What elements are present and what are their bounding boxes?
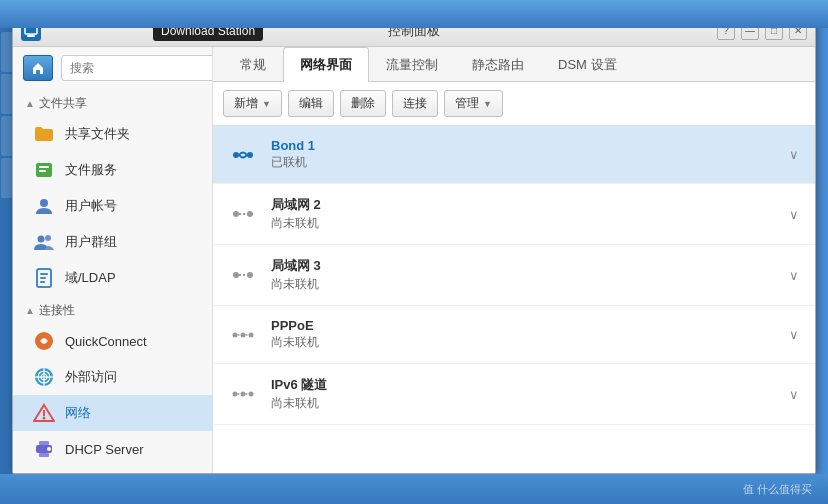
folder-icon [33, 123, 55, 145]
bond1-info: Bond 1 已联机 [271, 138, 775, 171]
svg-point-34 [233, 332, 238, 337]
svg-point-21 [43, 417, 46, 420]
svg-rect-9 [40, 273, 48, 275]
search-input[interactable] [61, 55, 213, 81]
sidebar-item-dhcp-server[interactable]: DHCP Server [13, 431, 212, 467]
pppoe-icon [229, 321, 257, 349]
sidebar: ▲ 文件共享 共享文件夹 文 [13, 47, 213, 473]
svg-point-29 [247, 211, 253, 217]
bond1-name: Bond 1 [271, 138, 775, 153]
bond1-status: 已联机 [271, 154, 775, 171]
edit-button[interactable]: 编辑 [288, 90, 334, 117]
taskbar [0, 0, 828, 28]
connect-button[interactable]: 连接 [392, 90, 438, 117]
dropdown-arrow-icon: ▼ [262, 99, 271, 109]
section-header-file-share[interactable]: ▲ 文件共享 [13, 89, 212, 116]
main-window: Download Station 控制面板 ? — □ ✕ [12, 14, 816, 474]
chevron-right-icon: ∨ [789, 207, 799, 222]
svg-point-40 [241, 392, 246, 397]
svg-point-27 [247, 152, 253, 158]
lan3-icon [229, 261, 257, 289]
sidebar-item-label: QuickConnect [65, 334, 147, 349]
sidebar-item-network[interactable]: 网络 [13, 395, 212, 431]
svg-rect-10 [40, 277, 46, 279]
delete-button[interactable]: 删除 [340, 90, 386, 117]
pppoe-info: PPPoE 尚未联机 [271, 318, 775, 351]
svg-point-41 [249, 392, 254, 397]
main-content: 常规 网络界面 流量控制 静态路由 DSM 设置 新增 ▼ 编辑 删除 [213, 47, 815, 473]
chevron-right-icon: ∨ [789, 268, 799, 283]
section-label-file-share: 文件共享 [39, 95, 87, 112]
sidebar-item-label: 外部访问 [65, 368, 117, 386]
ipv6-info: IPv6 隧道 尚未联机 [271, 376, 775, 412]
watermark: 值 什么值得买 [743, 482, 812, 497]
sidebar-item-external-access[interactable]: 外部访问 [13, 359, 212, 395]
network-list: Bond 1 已联机 ∨ 局域网 2 [213, 126, 815, 473]
tab-static-route[interactable]: 静态路由 [455, 47, 541, 82]
new-button[interactable]: 新增 ▼ [223, 90, 282, 117]
svg-point-31 [233, 272, 239, 278]
ldap-icon [33, 267, 55, 289]
lan2-info: 局域网 2 尚未联机 [271, 196, 775, 232]
network-item-ipv6[interactable]: IPv6 隧道 尚未联机 ∨ [213, 364, 815, 425]
file-service-icon [33, 159, 55, 181]
external-access-icon [33, 366, 55, 388]
quickconnect-icon [33, 330, 55, 352]
group-icon [33, 231, 55, 253]
svg-point-7 [45, 235, 51, 241]
home-button[interactable] [23, 55, 53, 81]
lan3-status: 尚未联机 [271, 276, 775, 293]
sidebar-item-domain-ldap[interactable]: 域/LDAP [13, 260, 212, 296]
section-header-connectivity[interactable]: ▲ 连接性 [13, 296, 212, 323]
svg-point-28 [233, 211, 239, 217]
sidebar-item-shared-folder[interactable]: 共享文件夹 [13, 116, 212, 152]
lan2-name: 局域网 2 [271, 196, 775, 214]
network-item-bond1[interactable]: Bond 1 已联机 ∨ [213, 126, 815, 184]
svg-rect-11 [40, 281, 45, 283]
svg-point-35 [241, 332, 246, 337]
toolbar: 新增 ▼ 编辑 删除 连接 管理 ▼ [213, 82, 815, 126]
svg-rect-23 [39, 441, 49, 445]
chevron-right-icon: ∨ [789, 327, 799, 342]
sidebar-item-file-service[interactable]: 文件服务 [13, 152, 212, 188]
tab-general[interactable]: 常规 [223, 47, 283, 82]
bottom-bar: 值 什么值得买 [0, 474, 828, 504]
pppoe-status: 尚未联机 [271, 334, 775, 351]
lan3-name: 局域网 3 [271, 257, 775, 275]
chevron-down-icon: ▲ [25, 305, 35, 316]
svg-point-39 [233, 392, 238, 397]
svg-rect-24 [39, 453, 49, 457]
manage-button[interactable]: 管理 ▼ [444, 90, 503, 117]
network-icon [33, 402, 55, 424]
network-item-pppoe[interactable]: PPPoE 尚未联机 ∨ [213, 306, 815, 364]
tab-network[interactable]: 网络界面 [283, 47, 369, 82]
manage-label: 管理 [455, 95, 479, 112]
ipv6-name: IPv6 隧道 [271, 376, 775, 394]
lan3-info: 局域网 3 尚未联机 [271, 257, 775, 293]
svg-rect-3 [39, 166, 49, 168]
sidebar-item-user-account[interactable]: 用户帐号 [13, 188, 212, 224]
sidebar-item-quickconnect[interactable]: QuickConnect [13, 323, 212, 359]
tab-flow[interactable]: 流量控制 [369, 47, 455, 82]
new-label: 新增 [234, 95, 258, 112]
chevron-right-icon: ∨ [789, 147, 799, 162]
network-item-lan3[interactable]: 局域网 3 尚未联机 ∨ [213, 245, 815, 306]
sidebar-item-label: 用户群组 [65, 233, 117, 251]
lan2-status: 尚未联机 [271, 215, 775, 232]
ipv6-status: 尚未联机 [271, 395, 775, 412]
tab-dsm[interactable]: DSM 设置 [541, 47, 634, 82]
svg-point-26 [233, 152, 239, 158]
edit-label: 编辑 [299, 95, 323, 112]
dropdown-arrow-icon: ▼ [483, 99, 492, 109]
sidebar-item-label: DHCP Server [65, 442, 144, 457]
sidebar-item-user-group[interactable]: 用户群组 [13, 224, 212, 260]
sidebar-item-label: 文件服务 [65, 161, 117, 179]
dhcp-icon [33, 438, 55, 460]
connect-label: 连接 [403, 95, 427, 112]
lan2-icon [229, 200, 257, 228]
tabs-bar: 常规 网络界面 流量控制 静态路由 DSM 设置 [213, 47, 815, 82]
sidebar-item-label: 用户帐号 [65, 197, 117, 215]
network-item-lan2[interactable]: 局域网 2 尚未联机 ∨ [213, 184, 815, 245]
delete-label: 删除 [351, 95, 375, 112]
svg-point-36 [249, 332, 254, 337]
